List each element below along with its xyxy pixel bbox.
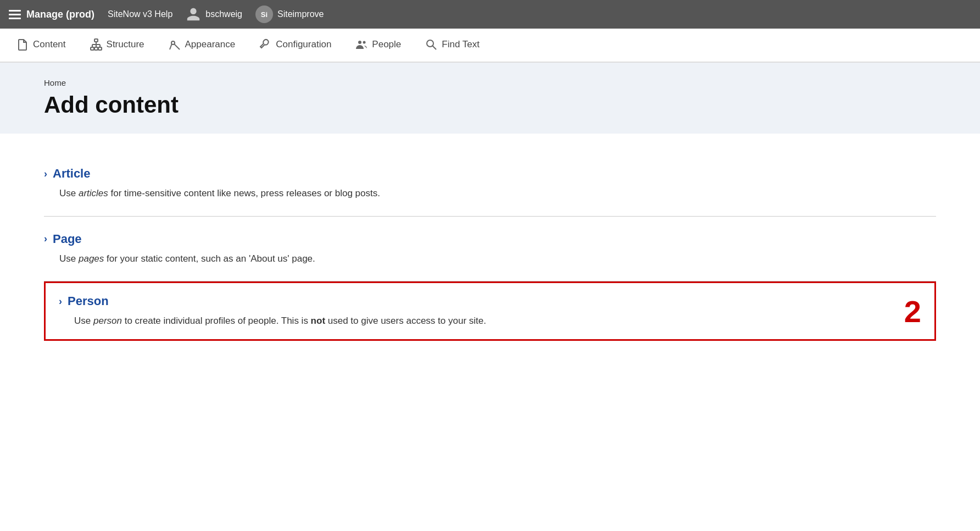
page-link[interactable]: › Page xyxy=(44,232,936,246)
nav-item-findtext[interactable]: Find Text xyxy=(413,29,492,62)
search-icon xyxy=(425,38,437,51)
nav-item-appearance[interactable]: Appearance xyxy=(157,29,248,62)
hamburger-icon xyxy=(9,10,21,19)
page-title-item: Page xyxy=(53,232,82,246)
document-icon xyxy=(16,38,29,51)
nav-content-label: Content xyxy=(33,39,66,50)
user-icon xyxy=(186,7,201,22)
chevron-right-icon: › xyxy=(59,296,62,307)
structure-icon xyxy=(90,38,102,51)
article-description: Use articles for time-sensitive content … xyxy=(44,186,936,201)
page-description: Use pages for your static content, such … xyxy=(44,252,936,266)
nav-people-label: People xyxy=(372,39,401,50)
person-description: Use person to create individual profiles… xyxy=(59,314,921,328)
svg-rect-0 xyxy=(94,39,98,42)
list-item-article: › Article Use articles for time-sensitiv… xyxy=(44,151,936,217)
appearance-icon xyxy=(169,38,181,51)
main-content: › Article Use articles for time-sensitiv… xyxy=(0,134,980,358)
manage-label: Manage (prod) xyxy=(26,9,94,20)
article-link[interactable]: › Article xyxy=(44,167,936,181)
nav-item-structure[interactable]: Structure xyxy=(78,29,157,62)
nav-item-content[interactable]: Content xyxy=(4,29,78,62)
person-link[interactable]: › Person xyxy=(59,294,921,308)
nav-item-configuration[interactable]: Configuration xyxy=(247,29,343,62)
step-badge: 2 xyxy=(904,293,921,329)
siteimprove-menu[interactable]: Si Siteimprove xyxy=(255,5,324,23)
navbar: Content Structure xyxy=(0,29,980,63)
svg-rect-2 xyxy=(94,47,98,50)
topbar: Manage (prod) SiteNow v3 Help bschweig S… xyxy=(0,0,980,29)
nav-appearance-label: Appearance xyxy=(185,39,236,50)
username-label: bschweig xyxy=(205,9,242,19)
chevron-right-icon: › xyxy=(44,168,47,180)
list-item-page: › Page Use pages for your static content… xyxy=(44,217,936,282)
manage-menu[interactable]: Manage (prod) xyxy=(9,9,94,20)
svg-rect-3 xyxy=(98,47,102,50)
svg-line-11 xyxy=(170,44,172,49)
svg-line-10 xyxy=(174,44,180,49)
chevron-right-icon: › xyxy=(44,233,47,245)
page-title: Add content xyxy=(44,92,936,118)
list-item-person: › Person Use person to create individual… xyxy=(44,281,936,341)
svg-rect-1 xyxy=(91,47,94,50)
help-link[interactable]: SiteNow v3 Help xyxy=(108,9,172,19)
breadcrumb: Home xyxy=(44,78,936,87)
people-icon xyxy=(355,38,368,51)
page-header: Home Add content xyxy=(0,63,980,134)
nav-findtext-label: Find Text xyxy=(442,39,480,50)
svg-line-15 xyxy=(433,46,437,49)
svg-point-12 xyxy=(358,41,361,44)
wrench-icon xyxy=(259,38,271,51)
siteimprove-label: Siteimprove xyxy=(277,9,324,19)
nav-configuration-label: Configuration xyxy=(276,39,331,50)
nav-item-people[interactable]: People xyxy=(343,29,413,62)
si-badge: Si xyxy=(255,5,273,23)
user-menu[interactable]: bschweig xyxy=(186,7,242,22)
svg-point-14 xyxy=(427,40,433,47)
person-title: Person xyxy=(68,294,109,308)
nav-structure-label: Structure xyxy=(107,39,144,50)
article-title: Article xyxy=(53,167,90,181)
svg-point-13 xyxy=(363,41,366,43)
